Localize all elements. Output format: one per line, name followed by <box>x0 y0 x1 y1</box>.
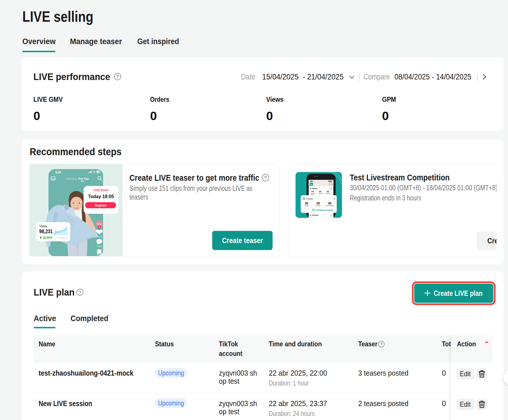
svg-text:B: B <box>311 183 312 186</box>
svg-text:Following: Following <box>65 177 77 180</box>
svg-text:8:00: 8:00 <box>55 171 61 174</box>
svg-text:99: 99 <box>328 202 332 205</box>
svg-text:Sakura: Sakura <box>96 223 102 225</box>
svg-text:99: 99 <box>316 202 320 205</box>
svg-text:99.1K: 99.1K <box>96 235 103 238</box>
svg-text:LIVE: LIVE <box>51 178 55 180</box>
svg-text:99: 99 <box>319 190 322 193</box>
svg-text:Produk: Produk <box>306 198 313 200</box>
svg-text:?: ? <box>380 342 383 346</box>
svg-text:10.00%: 10.00% <box>43 236 53 239</box>
svg-text:Today 18:05: Today 18:05 <box>88 193 114 199</box>
svg-text:1256: 1256 <box>97 254 102 256</box>
svg-text:Views: Views <box>39 224 47 228</box>
svg-text:LIVE Event: LIVE Event <box>94 188 109 192</box>
svg-text:3456: 3456 <box>97 245 102 248</box>
svg-text:Register: Register <box>95 203 107 207</box>
svg-text:99: 99 <box>327 190 329 193</box>
svg-text:98,231: 98,231 <box>39 229 53 234</box>
svg-text:99: 99 <box>311 190 314 193</box>
svg-text:Tambah produk: Tambah produk <box>316 209 333 211</box>
svg-text:99: 99 <box>305 202 308 205</box>
svg-text:?: ? <box>116 74 119 79</box>
svg-text:For You: For You <box>78 177 89 180</box>
svg-text:?: ? <box>264 175 267 180</box>
svg-text:?: ? <box>79 289 81 294</box>
